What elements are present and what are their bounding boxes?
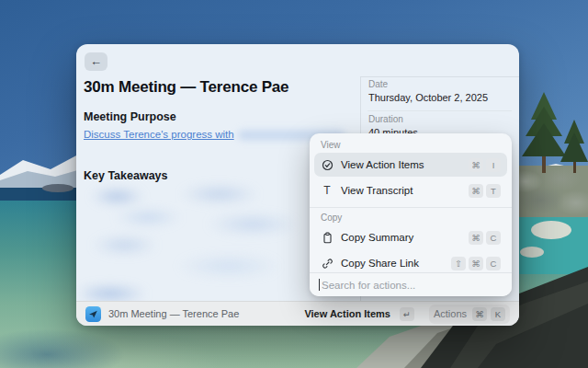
date-value: Thursday, October 2, 2025 bbox=[368, 92, 488, 103]
text-caret bbox=[319, 279, 320, 291]
shift-key-badge: ⇧ bbox=[451, 257, 466, 270]
back-arrow-icon: ← bbox=[90, 54, 102, 68]
pine-trees bbox=[514, 88, 588, 180]
section-heading-meeting-purpose: Meeting Purpose bbox=[84, 110, 176, 123]
command-palette: View View Action Items ⌘I T View Transcr… bbox=[310, 133, 512, 296]
date-label: Date bbox=[368, 79, 388, 89]
statusbar-meeting-title: 30m Meeting — Terence Pae bbox=[108, 308, 297, 319]
return-key-badge: ↵ bbox=[400, 307, 414, 321]
k-key-badge: K bbox=[491, 307, 505, 321]
redacted-notes-content bbox=[82, 185, 319, 301]
cmd-key-badge: ⌘ bbox=[472, 307, 487, 321]
duration-label: Duration bbox=[368, 114, 403, 124]
palette-section-view: View bbox=[321, 140, 341, 150]
app-icon bbox=[85, 306, 101, 322]
panel-row-divider bbox=[368, 110, 512, 111]
transcript-icon: T bbox=[321, 184, 334, 197]
palette-item-label: View Transcript bbox=[341, 185, 461, 196]
palette-item-view-transcript[interactable]: T View Transcript ⌘T bbox=[314, 178, 507, 202]
c-key-badge: C bbox=[486, 231, 501, 245]
page-title: 30m Meeting — Terence Pae bbox=[84, 78, 288, 97]
palette-item-label: Copy Summary bbox=[341, 232, 461, 243]
clipboard-icon bbox=[321, 231, 334, 244]
c-key-badge: C bbox=[486, 257, 501, 270]
wallpaper-rock-small bbox=[42, 184, 74, 192]
cmd-key-badge: ⌘ bbox=[469, 158, 483, 172]
cmd-key-badge: ⌘ bbox=[469, 184, 483, 198]
status-bar: 30m Meeting — Terence Pae View Action It… bbox=[76, 301, 519, 326]
purpose-link[interactable]: Discuss Terence's progress with bbox=[84, 129, 234, 140]
wallpaper-white-rock bbox=[531, 221, 571, 239]
t-key-badge: T bbox=[486, 184, 501, 198]
check-circle-icon bbox=[321, 158, 334, 171]
section-heading-key-takeaways: Key Takeaways bbox=[84, 169, 168, 182]
cmd-key-badge: ⌘ bbox=[469, 231, 483, 245]
panel-divider-top bbox=[360, 76, 519, 77]
primary-action-label[interactable]: View Action Items bbox=[304, 308, 390, 319]
wallpaper-white-rock-2 bbox=[520, 247, 544, 258]
action-search-input[interactable] bbox=[322, 280, 487, 291]
cmd-key-badge: ⌘ bbox=[469, 257, 483, 270]
palette-section-copy: Copy bbox=[321, 213, 342, 223]
actions-menu-button[interactable]: Actions ⌘ K bbox=[429, 305, 510, 324]
palette-item-copy-summary[interactable]: Copy Summary ⌘C bbox=[314, 225, 507, 249]
palette-item-view-action-items[interactable]: View Action Items ⌘I bbox=[314, 153, 507, 177]
actions-label: Actions bbox=[434, 308, 467, 319]
desktop: ← 30m Meeting — Terence Pae Meeting Purp… bbox=[0, 0, 588, 368]
link-icon bbox=[321, 257, 334, 270]
back-button[interactable]: ← bbox=[85, 52, 107, 71]
palette-divider bbox=[310, 207, 512, 208]
palette-item-label: View Action Items bbox=[341, 159, 461, 170]
action-search-field[interactable] bbox=[310, 272, 512, 296]
palette-item-label: Copy Share Link bbox=[341, 258, 444, 269]
i-key-badge: I bbox=[486, 158, 501, 172]
